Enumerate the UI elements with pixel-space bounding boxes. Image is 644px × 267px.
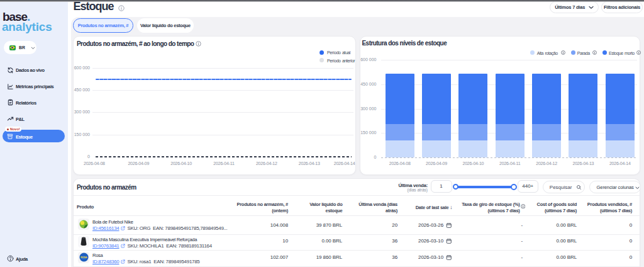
svg-text:ROSA: ROSA [80, 256, 87, 259]
